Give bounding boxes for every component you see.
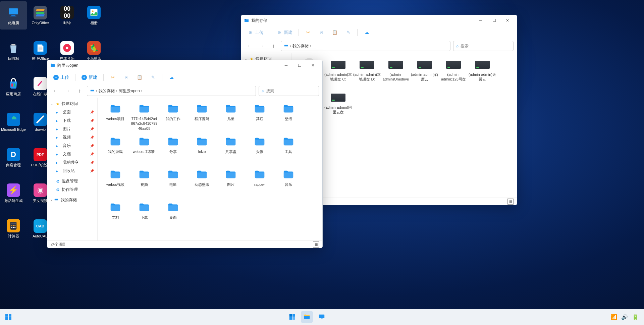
forward-button[interactable]: → (257, 41, 266, 51)
sidebar-item-1[interactable]: ▸下载📌 (47, 116, 97, 125)
close-button[interactable]: ✕ (306, 60, 320, 71)
titlebar[interactable]: 阿里云open ─ ☐ ✕ (47, 60, 322, 71)
upload-button[interactable]: +上传 (51, 73, 72, 82)
drive-item[interactable]: (admin-admin)本地磁盘 C: (324, 57, 352, 87)
taskbar-start-icon[interactable] (286, 311, 298, 323)
folder-item[interactable]: 壁纸 (275, 102, 302, 132)
folder-item[interactable]: 桌面 (159, 200, 187, 230)
paste-button[interactable]: 📋 (329, 28, 340, 37)
view-toggle-button[interactable]: ▦ (313, 241, 319, 248)
sidebar-item-5[interactable]: ▸文档📌 (47, 150, 97, 158)
desktop-icon-calc[interactable]: 计算器 (0, 215, 27, 243)
desktop-icon-store[interactable]: 应用商店 (0, 72, 27, 101)
paste-button[interactable]: 📋 (134, 73, 145, 82)
folder-item[interactable]: 儿童 (217, 102, 245, 132)
cut-button[interactable]: ✂ (107, 73, 118, 82)
drive-item[interactable]: (admin-admin)阿里云盘 (324, 90, 352, 120)
drive-item[interactable]: (admin-admin)Onedrive (382, 57, 410, 87)
sidebar-quick-access[interactable]: ⌄★快速访问 (47, 100, 97, 108)
minimize-button[interactable]: ─ (279, 60, 293, 71)
cloud-button[interactable]: ☁ (361, 28, 372, 37)
titlebar[interactable]: 我的存储 ─ ☐ ✕ (241, 15, 517, 26)
desktop-icon-storemgr[interactable]: D商店管理 (0, 144, 27, 172)
close-button[interactable]: ✕ (501, 15, 514, 26)
folder-item[interactable]: webos项目 (102, 102, 129, 132)
copy-button[interactable]: ⎘ (316, 28, 327, 37)
search-box[interactable]: ⌕ 搜索 (259, 86, 319, 96)
desktop-icon-recycle[interactable]: 回收站 (0, 37, 27, 65)
folder-item[interactable]: rapper (246, 167, 273, 198)
desktop-icon-edge[interactable]: Microsoft Edge (0, 108, 27, 136)
search-box[interactable]: ⌕ 搜索 (453, 41, 514, 51)
desktop-icon-onlyoffice[interactable]: OnlyOffice (27, 1, 54, 30)
breadcrumb-item[interactable]: 我的存储 (292, 43, 309, 49)
new-button[interactable]: +新建 (79, 73, 100, 82)
folder-item[interactable]: 777e14f3d42a4867a2c841079946aa08 (130, 102, 158, 132)
sidebar-item-6[interactable]: ▸我的共享📌 (47, 158, 97, 167)
wifi-icon[interactable]: 📶 (610, 314, 617, 320)
breadcrumb-0[interactable]: 我的存储 (99, 88, 115, 94)
folder-item[interactable]: webos视频 (102, 167, 129, 198)
upload-button[interactable]: ⊕上传 (245, 28, 266, 37)
back-button[interactable]: ← (245, 41, 254, 51)
folder-item[interactable]: lolzb (188, 134, 216, 165)
folder-item[interactable]: 电影 (159, 167, 187, 198)
new-button[interactable]: ⊕新建 (273, 28, 295, 37)
video-small-icon: ▸ (56, 135, 61, 140)
up-button[interactable]: ↑ (269, 41, 278, 51)
sidebar-collab[interactable]: ⚙协作管理 (47, 185, 97, 194)
folder-item[interactable]: 分享 (159, 134, 187, 165)
drive-item[interactable]: (admin-admin)百度云 (411, 57, 438, 87)
folder-item[interactable]: 共享盘 (217, 134, 245, 165)
maximize-button[interactable]: ☐ (487, 15, 501, 26)
rename-button[interactable]: ✎ (342, 28, 354, 37)
sidebar-item-4[interactable]: ▸音乐📌 (47, 142, 97, 150)
taskbar-explorer-icon[interactable] (301, 311, 313, 323)
folder-item[interactable]: 音乐 (275, 167, 302, 198)
view-toggle-button[interactable]: ▦ (507, 199, 514, 205)
sidebar-item-7[interactable]: ▸回收站📌 (47, 167, 97, 175)
back-button[interactable]: ← (51, 86, 60, 96)
desktop-icon-clock[interactable]: 0000时钟 (54, 1, 80, 30)
volume-icon[interactable]: 🔊 (621, 314, 628, 320)
drive-item[interactable]: (admin-admin)123网盘 (440, 57, 467, 87)
cloud-button[interactable]: ☁ (166, 73, 177, 82)
folder-item[interactable]: 视频 (130, 167, 158, 198)
minimize-button[interactable]: ─ (474, 15, 487, 26)
folder-item[interactable]: 动态壁纸 (188, 167, 216, 198)
drive-item[interactable]: (admin-admin)天翼云 (469, 57, 496, 87)
folder-item[interactable]: 头像 (246, 134, 273, 165)
taskbar-computer-icon[interactable] (316, 311, 328, 323)
desktop-icon-album[interactable]: 相册 (80, 1, 107, 30)
folder-item[interactable]: 我的游戏 (102, 134, 129, 165)
address-bar[interactable]: › 我的存储 › (281, 41, 450, 51)
folder-item[interactable]: 我的工作 (159, 102, 187, 132)
sidebar-item-0[interactable]: ▸桌面📌 (47, 108, 97, 116)
content-area[interactable]: webos项目777e14f3d42a4867a2c841079946aa08我… (98, 98, 322, 240)
sidebar-item-2[interactable]: ▸图片📌 (47, 125, 97, 133)
start-button[interactable] (2, 311, 14, 323)
breadcrumb-1[interactable]: 阿里云open (119, 88, 140, 94)
folder-item[interactable]: 其它 (246, 102, 273, 132)
folder-item[interactable]: 文档 (102, 200, 129, 230)
folder-item[interactable]: 图片 (217, 167, 245, 198)
sidebar-disk-mgmt[interactable]: ⚙磁盘管理 (47, 177, 97, 185)
forward-button[interactable]: → (63, 86, 72, 96)
address-bar[interactable]: › 我的存储 › 阿里云open › (87, 86, 256, 96)
content-area[interactable]: (admin-admin)本地磁盘 C:(admin-admin)本地磁盘 D:… (291, 53, 517, 198)
up-button[interactable]: ↑ (75, 86, 84, 96)
rename-button[interactable]: ✎ (147, 73, 159, 82)
drive-item[interactable]: (admin-admin)本地磁盘 D: (353, 57, 381, 87)
folder-item[interactable]: 程序源码 (188, 102, 216, 132)
sidebar-item-3[interactable]: ▸视频📌 (47, 133, 97, 142)
copy-button[interactable]: ⎘ (120, 73, 132, 82)
folder-item[interactable]: 下载 (130, 200, 158, 230)
desktop-icon-computer[interactable]: 此电脑 (0, 1, 27, 30)
desktop-icon-keygen[interactable]: ⚡激活码生成 (0, 179, 27, 207)
sidebar-my-storage[interactable]: ›我的存储 (47, 196, 97, 204)
cut-button[interactable]: ✂ (302, 28, 314, 37)
folder-item[interactable]: 工具 (275, 134, 302, 165)
battery-icon[interactable]: 🔋 (632, 314, 639, 320)
folder-item[interactable]: webos 工程图 (130, 134, 158, 165)
maximize-button[interactable]: ☐ (293, 60, 306, 71)
